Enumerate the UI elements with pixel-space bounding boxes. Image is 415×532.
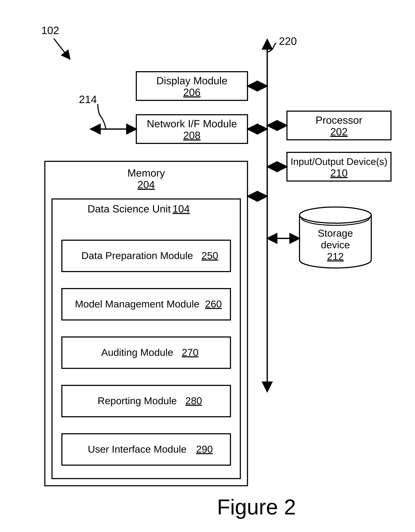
io-ref: 210 xyxy=(330,167,348,179)
io-name: Input/Output Device(s) xyxy=(290,156,387,167)
figure-label: Figure 2 xyxy=(217,495,296,519)
svg-point-19 xyxy=(299,207,371,223)
dsu-name: Data Science Unit xyxy=(87,203,171,215)
storage-name1: Storage xyxy=(318,228,353,239)
mod-270-name: Auditing Module xyxy=(101,347,173,358)
mod-250-box: Data Preparation Module 250 xyxy=(62,240,231,272)
mod-260-box: Model Management Module 260 xyxy=(62,289,231,320)
storage-ref: 212 xyxy=(327,251,344,262)
svg-line-1 xyxy=(54,38,70,59)
mod-260-ref: 260 xyxy=(205,298,222,310)
svg-rect-9 xyxy=(52,199,240,479)
mod-290-ref: 290 xyxy=(196,443,213,455)
mod-280-ref: 280 xyxy=(185,395,202,406)
display-module-box: Display Module 206 xyxy=(136,72,267,100)
mod-270-ref: 270 xyxy=(182,347,198,358)
mod-250-name: Data Preparation Module xyxy=(81,250,193,261)
storage-cylinder: Storage device 212 xyxy=(267,207,371,268)
network-module-ref: 208 xyxy=(183,129,201,141)
block-diagram: 220 102 Display Module 206 Network I/F M… xyxy=(0,0,415,532)
data-science-unit-box: Data Science Unit 104 xyxy=(52,199,240,479)
mod-260-name: Model Management Module xyxy=(75,298,199,310)
io-box: Input/Output Device(s) 210 xyxy=(267,152,391,181)
storage-name2: device xyxy=(321,239,350,250)
ext-ref-label: 214 xyxy=(79,93,97,105)
bus-line: 220 xyxy=(267,35,297,392)
bus-ref-label: 220 xyxy=(279,35,297,47)
processor-name: Processor xyxy=(316,114,362,126)
network-module-name: Network I/F Module xyxy=(147,118,237,129)
mod-250-ref: 250 xyxy=(201,250,218,261)
mod-290-name: User Interface Module xyxy=(88,443,187,455)
outer-ref: 102 xyxy=(41,24,70,59)
mod-280-name: Reporting Module xyxy=(97,395,177,406)
mod-270-box: Auditing Module 270 xyxy=(62,337,231,368)
processor-box: Processor 202 xyxy=(267,111,391,140)
dsu-ref: 104 xyxy=(173,203,190,215)
outer-ref-label: 102 xyxy=(41,24,59,36)
mod-280-box: Reporting Module 280 xyxy=(62,385,231,417)
display-module-ref: 206 xyxy=(183,86,201,98)
display-module-name: Display Module xyxy=(156,75,228,86)
memory-ref: 204 xyxy=(137,179,155,190)
memory-name: Memory xyxy=(127,167,165,179)
mod-290-box: User Interface Module 290 xyxy=(62,434,231,465)
processor-ref: 202 xyxy=(330,126,348,137)
